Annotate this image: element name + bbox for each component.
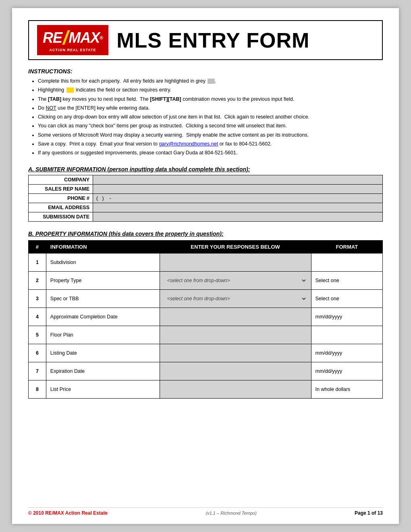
row-response[interactable] <box>160 344 311 362</box>
row-info: Floor Plan <box>46 326 160 344</box>
row-num: 1 <box>29 254 46 272</box>
grey-indicator <box>208 79 215 84</box>
table-row: PHONE # ( ) - <box>29 194 383 203</box>
subdivision-input[interactable] <box>164 260 307 265</box>
submitter-table: COMPANY SALES REP NAME PHONE # ( ) - EMA… <box>28 175 383 222</box>
table-row: SUBMISSION DATE <box>29 212 383 222</box>
footer-version: (v1.1 – Richmond Tempo) <box>206 511 256 515</box>
row-info: Listing Date <box>46 344 160 362</box>
col-info: INFORMATION <box>46 241 160 254</box>
table-row: 3 Spec or TBB <select one from drop-down… <box>29 290 383 308</box>
row-response[interactable] <box>160 326 311 344</box>
row-format: In whole dollars <box>311 380 382 399</box>
property-type-dropdown[interactable]: <select one from drop-down> <box>164 276 307 285</box>
instructions-title: INSTRUCTIONS: <box>28 68 383 75</box>
table-row: 5 Floor Plan <box>29 326 383 344</box>
row-response[interactable] <box>160 380 311 399</box>
row-num: 4 <box>29 308 46 326</box>
row-info: Subdivision <box>46 254 160 272</box>
instruction-item: Highlighting indicates the field or sect… <box>38 86 383 94</box>
row-info: Approximate Completion Date <box>46 308 160 326</box>
col-response: ENTER YOUR RESPONSES BELOW <box>160 241 311 254</box>
email-link[interactable]: gary@richmondhomes.net <box>159 141 218 147</box>
table-row: EMAIL ADDRESS <box>29 203 383 212</box>
table-row: 1 Subdivision <box>29 254 383 272</box>
row-format: Select one <box>311 290 382 308</box>
row-format <box>311 326 382 344</box>
row-info: Spec or TBB <box>46 290 160 308</box>
row-num: 2 <box>29 272 46 290</box>
row-num: 3 <box>29 290 46 308</box>
row-response[interactable] <box>160 308 311 326</box>
submission-date-value[interactable] <box>93 212 383 222</box>
footer-page: Page 1 of 13 <box>355 510 383 516</box>
instructions-list: Complete this form for each property. Al… <box>38 77 383 157</box>
page: RE/MAX® ACTION REAL ESTATE MLS ENTRY FOR… <box>12 8 399 524</box>
sales-rep-label: SALES REP NAME <box>29 185 93 194</box>
row-info: Expiration Date <box>46 362 160 380</box>
row-response[interactable]: <select one from drop-down> <box>160 272 311 290</box>
section-b-title: B. PROPERTY INFORMATION (this data cover… <box>28 231 383 237</box>
sales-rep-value[interactable] <box>93 185 383 194</box>
list-price-input[interactable] <box>164 387 307 392</box>
row-info: Property Type <box>46 272 160 290</box>
section-a-title: A. SUBMITER INFORMATION (person inputtin… <box>28 166 383 172</box>
company-value[interactable] <box>93 175 383 185</box>
phone-value[interactable]: ( ) - <box>93 194 383 203</box>
row-response[interactable] <box>160 362 311 380</box>
row-response[interactable]: <select one from drop-down> <box>160 290 311 308</box>
expiration-date-input[interactable] <box>164 368 307 374</box>
logo-subtitle: ACTION REAL ESTATE <box>43 48 103 52</box>
row-format: mm/dd/yyyy <box>311 308 382 326</box>
completion-date-input[interactable] <box>164 314 307 320</box>
row-format: mm/dd/yyyy <box>311 344 382 362</box>
table-row: COMPANY <box>29 175 383 185</box>
row-num: 7 <box>29 362 46 380</box>
submission-date-input[interactable] <box>96 214 379 220</box>
instruction-item: Save a copy. Print a copy. Email your fi… <box>38 140 383 148</box>
instruction-item: The [TAB] key moves you to next input fi… <box>38 95 383 104</box>
table-header-row: # INFORMATION ENTER YOUR RESPONSES BELOW… <box>29 241 383 254</box>
logo: RE/MAX® ACTION REAL ESTATE <box>37 25 108 55</box>
row-info: List Price <box>46 380 160 399</box>
row-num: 6 <box>29 344 46 362</box>
email-label: EMAIL ADDRESS <box>29 203 93 212</box>
row-num: 5 <box>29 326 46 344</box>
table-row: 6 Listing Date mm/dd/yyyy <box>29 344 383 362</box>
footer: © 2010 RE/MAX Action Real Estate (v1.1 –… <box>28 507 383 516</box>
instruction-item: Some versions of Microsoft Word may disp… <box>38 131 383 139</box>
table-row: 2 Property Type <select one from drop-do… <box>29 272 383 290</box>
row-format: Select one <box>311 272 382 290</box>
instruction-item: If any questions or suggested improvemen… <box>38 149 383 157</box>
page-title: MLS ENTRY FORM <box>116 28 309 52</box>
row-response[interactable] <box>160 254 311 272</box>
email-value[interactable] <box>93 203 383 212</box>
table-row: 8 List Price In whole dollars <box>29 380 383 399</box>
instruction-item: Clicking on any drop-down box entry will… <box>38 113 383 121</box>
company-input[interactable] <box>96 177 379 183</box>
property-table: # INFORMATION ENTER YOUR RESPONSES BELOW… <box>28 240 383 399</box>
instruction-item: You can click as many "check box" items … <box>38 122 383 130</box>
instructions-section: INSTRUCTIONS: Complete this form for eac… <box>28 68 383 157</box>
table-row: 7 Expiration Date mm/dd/yyyy <box>29 362 383 380</box>
listing-date-input[interactable] <box>164 350 307 356</box>
spec-tbb-dropdown[interactable]: <select one from drop-down> <box>164 295 307 303</box>
instruction-item: Complete this form for each property. Al… <box>38 77 383 85</box>
sales-rep-input[interactable] <box>96 186 379 192</box>
table-row: SALES REP NAME <box>29 185 383 194</box>
col-format: FORMAT <box>311 241 382 254</box>
yellow-indicator <box>66 87 74 93</box>
floor-plan-input[interactable] <box>164 332 307 338</box>
phone-label: PHONE # <box>29 194 93 203</box>
table-row: 4 Approximate Completion Date mm/dd/yyyy <box>29 308 383 326</box>
instruction-item: Do NOT use the [ENTER] key while enterin… <box>38 104 383 112</box>
row-num: 8 <box>29 380 46 399</box>
footer-copyright: © 2010 RE/MAX Action Real Estate <box>28 510 108 516</box>
row-format <box>311 254 382 272</box>
row-format: mm/dd/yyyy <box>311 362 382 380</box>
company-label: COMPANY <box>29 175 93 185</box>
col-num: # <box>29 241 46 254</box>
header: RE/MAX® ACTION REAL ESTATE MLS ENTRY FOR… <box>28 20 383 60</box>
email-input[interactable] <box>96 205 379 210</box>
submission-date-label: SUBMISSION DATE <box>29 212 93 222</box>
